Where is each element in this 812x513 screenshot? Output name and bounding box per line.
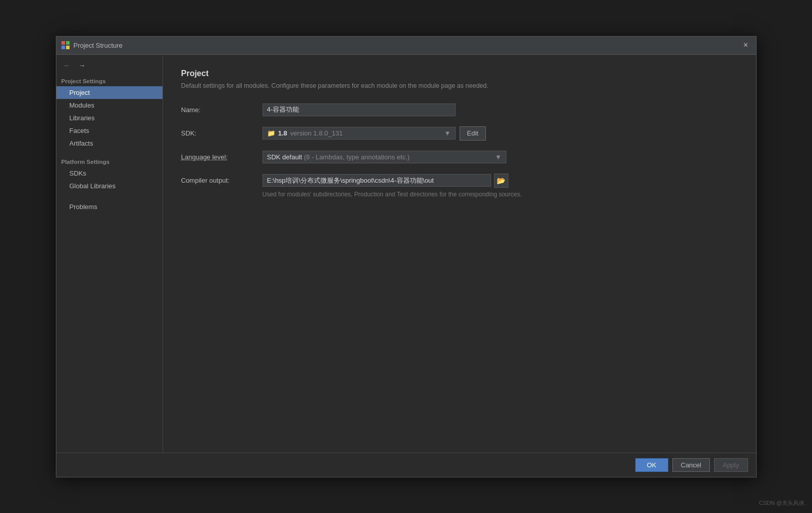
svg-rect-1 [66,41,70,45]
sidebar-item-global-libraries[interactable]: Global Libraries [56,180,163,192]
sidebar-item-project[interactable]: Project [56,86,163,99]
page-description: Default settings for all modules. Config… [181,82,738,89]
sidebar-item-libraries[interactable]: Libraries [56,112,163,124]
cancel-button[interactable]: Cancel [672,458,710,472]
sidebar-item-problems[interactable]: Problems [56,200,163,213]
name-input[interactable] [263,104,456,116]
main-panel: Project Default settings for all modules… [163,55,756,453]
sdk-row: SDK: 📁 1.8 version 1.8.0_131 ▼ Edit [181,126,738,141]
sdk-label: SDK: [181,129,263,137]
sdk-chevron-icon: ▼ [444,129,451,137]
close-button[interactable]: × [741,40,751,50]
title-bar: Project Structure × [56,37,756,55]
sidebar: ← → Project Settings Project Modules Lib… [56,55,163,453]
project-settings-header: Project Settings [56,75,163,86]
language-level-chevron-icon: ▼ [495,153,502,161]
compiler-output-label: Compiler output: [181,177,263,184]
compiler-folder-button[interactable]: 📂 [494,174,508,188]
compiler-output-section: Compiler output: 📂 Used for modules' sub… [181,174,738,198]
project-structure-dialog: Project Structure × ← → Project Settings… [56,36,757,477]
svg-rect-2 [61,46,65,49]
sdk-version-full: version 1.8.0_131 [290,129,343,137]
folder-icon: 📂 [497,177,505,185]
sidebar-item-sdks[interactable]: SDKs [56,167,163,180]
compiler-hint-text: Used for modules' subdirectories, Produc… [263,191,738,198]
page-title: Project [181,69,738,78]
nav-back-row: ← → [56,58,163,75]
sdk-dropdown[interactable]: 📁 1.8 version 1.8.0_131 ▼ [263,127,456,140]
sdk-version: 1.8 [278,129,287,137]
compiler-output-input[interactable] [263,174,491,187]
sidebar-item-facets[interactable]: Facets [56,124,163,137]
problems-section: Problems [56,200,163,213]
language-level-label: Language level: [181,153,263,161]
language-level-extra: (8 - Lambdas, type annotations etc.) [304,153,410,161]
name-label: Name: [181,106,263,114]
language-level-value: SDK default [267,153,302,161]
svg-rect-3 [66,46,70,49]
watermark-text: CSDN @充头风侠. [759,499,806,507]
dialog-footer: OK Cancel Apply [56,453,756,477]
sidebar-item-artifacts[interactable]: Artifacts [56,137,163,150]
language-level-dropdown[interactable]: SDK default (8 - Lambdas, type annotatio… [263,151,506,163]
app-icon [61,41,70,49]
svg-rect-0 [61,41,65,45]
sdk-controls: 📁 1.8 version 1.8.0_131 ▼ Edit [263,126,486,141]
sdk-folder-icon: 📁 [267,129,275,137]
title-bar-text: Project Structure [74,42,737,49]
sdk-edit-button[interactable]: Edit [460,126,486,141]
back-button[interactable]: ← [61,60,73,71]
content-area: ← → Project Settings Project Modules Lib… [56,55,756,453]
sidebar-item-modules[interactable]: Modules [56,99,163,112]
ok-button[interactable]: OK [635,458,668,472]
forward-button[interactable]: → [77,60,88,71]
compiler-output-row: Compiler output: 📂 [181,174,738,188]
language-level-row: Language level: SDK default (8 - Lambdas… [181,151,738,163]
platform-settings-header: Platform Settings [56,156,163,167]
apply-button[interactable]: Apply [714,458,748,472]
compiler-controls: 📂 [263,174,508,188]
name-row: Name: [181,104,738,116]
